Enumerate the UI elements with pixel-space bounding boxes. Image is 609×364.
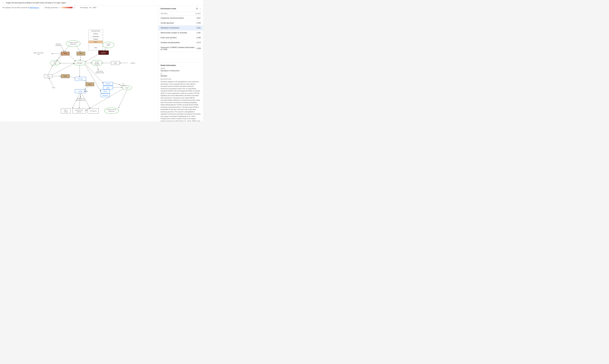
detail-name-value: Glycolysis in senescence: [161, 70, 201, 72]
tumorigenesis-node: Tumorigenesis: [90, 110, 97, 112]
pathway-name-oxidative: Oxidative phosphorylation: [161, 42, 180, 44]
svg-line-79: [118, 90, 127, 108]
sasp-node: SASP: [125, 87, 129, 89]
pgm-node: PGM: [94, 47, 97, 48]
svg-line-45: [65, 45, 69, 52]
replicative-senescence-label: Replicative: [56, 43, 61, 45]
col-pathway-header: PATHWAY: [161, 13, 168, 14]
svg-point-66: [75, 78, 76, 79]
avg-expression-legend: Average expression 2 3: [45, 7, 75, 8]
svg-line-60: [56, 54, 61, 63]
enolase-node: Enolase: [93, 33, 98, 34]
svg-text:healing: healing: [64, 111, 67, 112]
svg-line-68: [85, 80, 87, 83]
detail-id-label: ID: [161, 73, 201, 75]
svg-line-64: [52, 63, 74, 75]
back-button[interactable]: ←: [2, 1, 4, 4]
percentage-min: 0%: [89, 7, 91, 8]
svg-rect-38: [73, 108, 86, 113]
svg-rect-21: [92, 60, 102, 65]
proteins-node: Proteins: [106, 83, 110, 85]
lipids-node: Lipids: [106, 87, 110, 89]
svg-text:rate: rate: [38, 54, 39, 55]
pathway-row-krebs[interactable]: Krebs cycle disorders 0.286: [158, 35, 203, 40]
pathway-score-krebs: 0.286: [196, 37, 201, 39]
access-text-group: This diagram can be freely accessed at W…: [2, 7, 39, 8]
pathway-name-mitochondrial: Mitochondrial complex IV assembly: [161, 32, 187, 34]
pathway-score-glycolysis: 0.321: [196, 27, 201, 29]
svg-line-65: [70, 76, 75, 78]
col-score-header: SCORE: [195, 13, 201, 14]
stress-label: Stress: [52, 87, 55, 88]
g6pd-node: G6PD: [64, 76, 67, 77]
svg-text:signaling cascade: signaling cascade: [95, 72, 104, 73]
diagram-area: This diagram can be freely accessed at W…: [0, 6, 158, 121]
oxidative-stress-node: Oxidative: [106, 43, 111, 45]
settings-icon[interactable]: ⚙: [196, 7, 198, 10]
pyruvate-node: Pyruvate: [78, 78, 83, 80]
svg-line-56: [97, 65, 98, 70]
wiki-link[interactable]: WikiPathways: [29, 7, 39, 8]
svg-text:response: response: [77, 111, 81, 112]
pathway-row-cytoplasmic[interactable]: Cytoplasmic ribosomal proteins 0.817: [158, 16, 203, 21]
pathway-name-aerobic: Aerobic glycolysis: [161, 22, 174, 24]
table-header: PATHWAY SCORE: [158, 12, 203, 16]
ldha-node: LDHA: [88, 84, 91, 85]
pathway-score-oxidative: 0.273: [196, 42, 201, 44]
detail-name-label: NAME: [161, 68, 201, 69]
pathway-row-aerobic[interactable]: Aerobic glycolysis 0.345: [158, 21, 203, 26]
aldolase-node: Aldolase: [93, 39, 98, 40]
ampk-node: AMPK: [114, 62, 117, 64]
svg-line-69: [85, 86, 88, 90]
svg-text:cellular environment: cellular environment: [76, 100, 86, 101]
glutamine-node: Glutamine: [102, 95, 108, 96]
percentage-label: Percentage: [80, 7, 88, 8]
pathway-svg[interactable]: Pyruvate kinase Enolase Hexokinase Aldol…: [0, 10, 158, 120]
svg-line-62: [49, 78, 53, 87]
oxygen-consumption-label: Oxygen consumption: [33, 52, 44, 53]
lactate-node: Lactate: [78, 91, 82, 92]
pathway-score-mitochondrial: 0.287: [196, 32, 201, 34]
gapdh-node: GAPDH: [101, 52, 105, 53]
main-content: This diagram can be freely accessed at W…: [0, 6, 203, 121]
irradiation-label: Irradiation: [130, 63, 135, 64]
avg-expr-label: Average expression: [45, 7, 58, 8]
pathway-table[interactable]: PATHWAY SCORE Cytoplasmic ribosomal prot…: [158, 12, 203, 63]
serine-node: Serine: [103, 91, 107, 92]
detail-description-text: Glycolysis appears to be upregulated in …: [161, 80, 201, 121]
inflammatory-label: Inflammatory: [97, 71, 103, 72]
svg-text:cycle: cycle: [53, 63, 56, 65]
tca-cycle-node: TCA: [54, 62, 56, 63]
rbl1-node: RBL1: [79, 53, 82, 54]
svg-text:senescence: senescence: [108, 111, 115, 112]
detail-section-title: Detail information: [161, 64, 201, 66]
svg-line-63: [48, 65, 53, 74]
svg-text:signaling: signaling: [94, 63, 99, 65]
pathway-row-glycolysis[interactable]: Glycolysis in senescence 0.321: [158, 26, 203, 30]
app-window: ← Single-cell transcriptome profiling of…: [0, 0, 203, 121]
pathway-row-oxidative[interactable]: Oxidative phosphorylation 0.273: [158, 40, 203, 45]
wound-healing-node: Wound: [64, 109, 67, 111]
pathway-row-mitochondrial[interactable]: Mitochondrial complex IV assembly 0.287: [158, 30, 203, 35]
pathway-score-aerobic: 0.345: [196, 22, 201, 24]
color-bar: [61, 7, 73, 8]
title-bar: ← Single-cell transcriptome profiling of…: [0, 0, 203, 6]
download-icon[interactable]: ↓: [200, 7, 201, 10]
cell-enlargement-label: Cell: [122, 83, 124, 85]
pathway-name-krebs: Krebs cycle disorders: [161, 37, 177, 39]
detail-id-value: WP5049: [161, 75, 201, 77]
svg-text:senescence: senescence: [55, 45, 62, 46]
nfkb-node: NF-κB: [95, 61, 99, 63]
svg-text:senescence: senescence: [70, 44, 76, 45]
acidification-label: Acidification of: [77, 98, 84, 99]
enrichment-header: Enrichment result ⚙ ↓: [158, 6, 203, 12]
avg-expr-min: 2: [59, 7, 60, 8]
svg-line-48: [80, 55, 81, 61]
pgk1-node: PGK1: [94, 41, 97, 43]
pathway-name-glycolysis: Glycolysis in senescence: [161, 27, 179, 29]
pathway-score-cytoplasmic: 0.817: [196, 17, 201, 19]
pathway-name-cytoplasmic: Cytoplasmic ribosomal proteins: [161, 17, 184, 19]
hexokinase-node: Hexokinase: [92, 36, 99, 37]
pathway-row-supression[interactable]: Supression of HMGB1 mediated inflammatio…: [158, 45, 203, 52]
svg-container: Pyruvate kinase Enolase Hexokinase Aldol…: [0, 10, 158, 120]
